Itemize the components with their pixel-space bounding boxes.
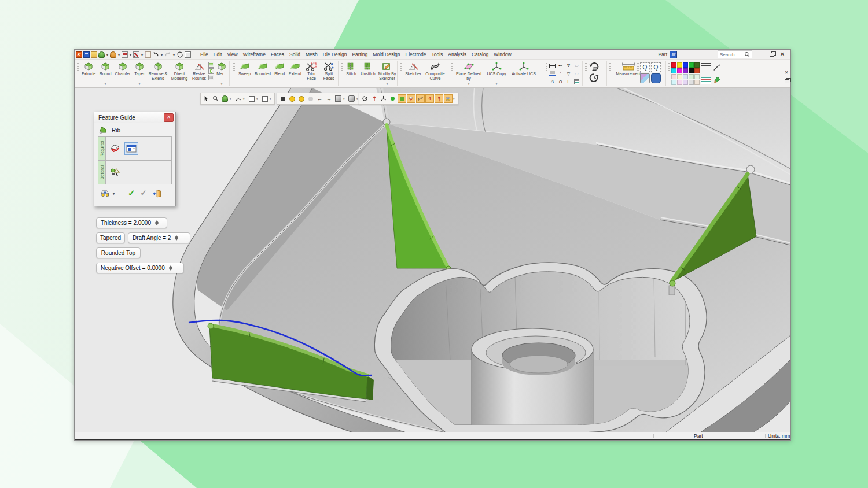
rotate-back-icon[interactable] (588, 73, 601, 83)
color-swatch[interactable] (694, 62, 700, 68)
dropdown-caret[interactable]: ▾ (130, 53, 131, 57)
sketcher-button[interactable]: Sketcher (403, 61, 424, 85)
menu-wireframe[interactable]: Wireframe (243, 51, 266, 57)
axes-icon[interactable] (379, 94, 388, 103)
accept-button[interactable]: ✓ (128, 190, 135, 197)
negative-offset-spinner[interactable] (169, 265, 172, 271)
dropdown-caret[interactable]: ▾ (161, 53, 163, 57)
points-icon[interactable] (388, 94, 397, 103)
modify-by-sketcher-button[interactable]: Modify By Sketcher (377, 61, 397, 85)
remove-extend-button[interactable]: Remove & Extend (147, 61, 169, 85)
color-swatch[interactable] (694, 74, 700, 79)
color-swatch[interactable] (689, 62, 694, 68)
rounded-top-button[interactable]: Rounded Top (96, 247, 141, 258)
blend-button[interactable]: Blend (273, 61, 287, 85)
check-flag-icon[interactable]: ∀ (565, 62, 572, 69)
options-cart-button[interactable]: ▾ (100, 188, 115, 198)
draft-angle-spinner[interactable] (175, 235, 178, 241)
resize-rounds-button[interactable]: Resize Rounds (190, 61, 208, 85)
color-swatch[interactable] (677, 62, 682, 68)
mini-cube-icon[interactable] (208, 75, 214, 80)
rotate-view-icon[interactable] (361, 94, 369, 103)
ucs-copy-button[interactable]: UCS Copy (484, 61, 509, 85)
menu-die-design[interactable]: Die Design (323, 51, 347, 57)
color-swatch[interactable] (694, 80, 700, 85)
toolbar-close-icon[interactable]: ✕ (785, 70, 789, 75)
optional-entities-button[interactable] (108, 166, 122, 179)
cylinder-dim-icon[interactable]: ⊦ (565, 78, 572, 86)
baseline-dimension-icon[interactable] (549, 70, 556, 77)
menu-parting[interactable]: Parting (352, 51, 367, 57)
plane-defined-by-button[interactable]: Plane Defined by (454, 61, 484, 85)
menu-window[interactable]: Window (494, 51, 511, 57)
menu-edit[interactable]: Edit (214, 51, 222, 57)
line-colors-icon[interactable] (701, 77, 711, 84)
close-button[interactable]: ✕ (779, 51, 786, 57)
menu-electrode[interactable]: Electrode (406, 51, 426, 57)
color-swatch[interactable] (671, 62, 676, 68)
section-toggle[interactable]: 4 (425, 94, 434, 103)
bulb-off-icon[interactable] (278, 94, 287, 103)
color-swatch[interactable] (689, 68, 694, 73)
image-tool-icon[interactable] (122, 51, 128, 58)
text-tool-icon[interactable]: A (549, 78, 556, 86)
select-profile-step-button[interactable] (108, 142, 122, 155)
dropdown-caret[interactable]: ▾ (141, 53, 143, 57)
color-swatch[interactable] (677, 74, 682, 79)
color-swatch[interactable] (694, 68, 700, 73)
toolbar-float-icon[interactable] (784, 78, 789, 83)
diameter-icon[interactable]: ⊖ (557, 78, 564, 86)
bulb-on-icon[interactable] (288, 94, 296, 103)
trim-face-button[interactable]: Trim Face (303, 61, 319, 85)
transparency-toggle[interactable] (444, 94, 453, 103)
dropdown-caret[interactable]: ▾ (343, 97, 347, 101)
exit-button[interactable] (152, 189, 163, 198)
eyedropper-icon[interactable] (712, 63, 721, 72)
thickness-spinner[interactable] (155, 220, 159, 225)
helmet-orange-icon[interactable] (110, 51, 116, 58)
color-swatch[interactable] (677, 68, 682, 73)
datum-icon[interactable]: ᐪ (557, 70, 564, 77)
sweep-button[interactable]: Sweep (236, 61, 253, 85)
layers-search-icon[interactable] (640, 73, 650, 83)
sync-icon[interactable] (176, 51, 183, 58)
save-icon[interactable] (83, 51, 90, 58)
restore-button[interactable] (768, 51, 775, 57)
dialog-close-button[interactable]: ✕ (164, 113, 174, 122)
dropdown-caret[interactable]: ▾ (230, 97, 233, 101)
shaded-edges-toggle[interactable] (407, 94, 415, 103)
3d-viewport[interactable]: ▾ ▾ ▾ ▾ ← → ▾ ▾ 4 ▾ (75, 88, 790, 432)
menu-tools[interactable]: Tools (431, 51, 443, 57)
activate-ucs-button[interactable]: Activate UCS (509, 61, 538, 85)
back-button[interactable]: ✓ (141, 190, 147, 197)
round-button[interactable]: Round (97, 61, 113, 85)
direct-modeling-button[interactable]: Direct Modeling (169, 61, 190, 85)
select-sketch-icon[interactable] (234, 94, 242, 103)
dropdown-caret[interactable]: ▾ (173, 53, 175, 57)
table-icon[interactable] (574, 79, 579, 84)
pin-icon[interactable] (370, 94, 378, 103)
view-cube-icon[interactable] (334, 94, 343, 103)
linear-dimension-icon[interactable] (549, 62, 556, 69)
dropdown-caret[interactable]: ▾ (270, 97, 273, 101)
parameters-step-button[interactable] (124, 142, 138, 155)
copy-icon[interactable] (145, 51, 151, 58)
color-swatch[interactable] (683, 80, 688, 85)
color-swatch[interactable] (683, 74, 688, 79)
undo-icon[interactable] (152, 51, 159, 58)
select-window-icon[interactable] (247, 94, 256, 103)
redo-icon[interactable] (164, 51, 171, 58)
camera-icon[interactable] (347, 94, 356, 103)
merge-button[interactable]: Mer... (214, 61, 229, 85)
extrude-button[interactable]: Extrude (80, 61, 97, 85)
app-logo-icon[interactable]: K (76, 51, 82, 58)
split-faces-button[interactable]: Split Faces (320, 61, 338, 85)
select-circle-icon[interactable] (211, 94, 220, 103)
menu-file[interactable]: File (200, 51, 208, 57)
composite-curve-button[interactable]: Composite Curve (424, 61, 447, 85)
draft-analysis-toggle[interactable] (435, 94, 443, 103)
3d-model-scene[interactable] (75, 88, 790, 432)
menu-analysis[interactable]: Analysis (448, 51, 466, 57)
part-context-icon[interactable]: ▤ (670, 51, 677, 58)
color-swatch[interactable] (677, 80, 682, 85)
